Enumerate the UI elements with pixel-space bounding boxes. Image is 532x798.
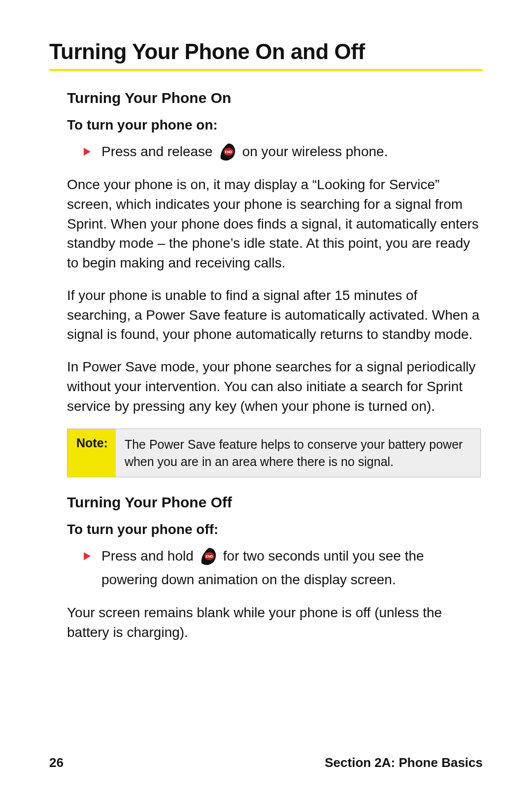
bullet-off-text: Press and hold END for two seconds until… bbox=[101, 546, 424, 565]
bullet-on: Press and release END on your wireless p… bbox=[84, 142, 481, 161]
instruction-off: To turn your phone off: bbox=[67, 522, 481, 537]
end-key-icon: END bbox=[218, 143, 237, 161]
note-body: The Power Save feature helps to conserve… bbox=[116, 429, 480, 477]
bullet-on-text: Press and release END on your wireless p… bbox=[101, 142, 388, 161]
heading-phone-on: Turning Your Phone On bbox=[67, 90, 481, 106]
end-key-icon: END bbox=[199, 547, 218, 565]
bullet-on-post: on your wireless phone. bbox=[242, 142, 388, 161]
page-footer: 26 Section 2A: Phone Basics bbox=[49, 755, 483, 770]
paragraph-off-1: Your screen remains blank while your pho… bbox=[67, 603, 481, 642]
bullet-on-pre: Press and release bbox=[101, 142, 213, 161]
page-title: Turning Your Phone On and Off bbox=[49, 39, 483, 64]
section-label: Section 2A: Phone Basics bbox=[325, 755, 483, 770]
note-label: Note: bbox=[67, 429, 116, 477]
svg-text:END: END bbox=[225, 150, 232, 154]
manual-page: Turning Your Phone On and Off Turning Yo… bbox=[0, 0, 532, 798]
instruction-on: To turn your phone on: bbox=[67, 117, 481, 133]
svg-text:END: END bbox=[205, 555, 213, 558]
bullet-off-post: for two seconds until you see the bbox=[223, 546, 424, 565]
paragraph-on-3: In Power Save mode, your phone searches … bbox=[67, 357, 481, 416]
title-underline bbox=[49, 69, 483, 71]
page-number: 26 bbox=[49, 755, 64, 770]
note-box: Note: The Power Save feature helps to co… bbox=[67, 429, 481, 477]
bullet-triangle-icon bbox=[84, 148, 91, 156]
paragraph-on-1: Once your phone is on, it may display a … bbox=[67, 175, 481, 273]
bullet-off: Press and hold END for two seconds until… bbox=[84, 546, 481, 565]
heading-phone-off: Turning Your Phone Off bbox=[67, 494, 481, 511]
bullet-triangle-icon bbox=[84, 552, 91, 560]
paragraph-on-2: If your phone is unable to find a signal… bbox=[67, 286, 481, 344]
bullet-off-continue: powering down animation on the display s… bbox=[101, 570, 481, 589]
bullet-off-pre: Press and hold bbox=[101, 546, 194, 565]
page-content: Turning Your Phone On To turn your phone… bbox=[49, 90, 483, 642]
